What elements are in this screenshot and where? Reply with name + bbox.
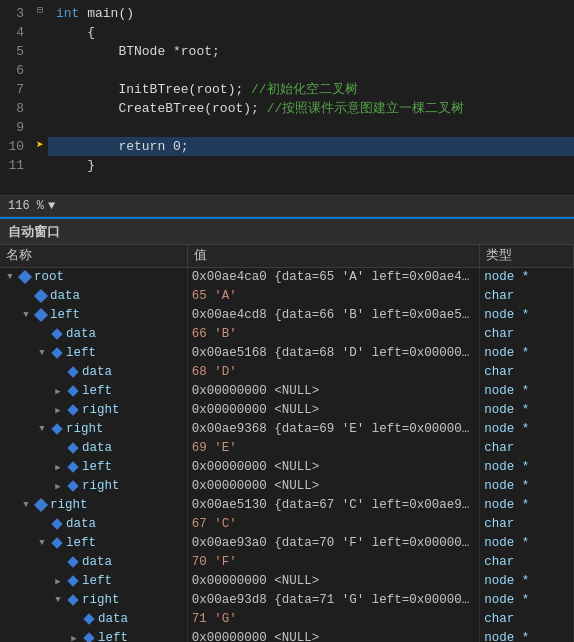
- code-line-10: return 0;: [48, 137, 574, 156]
- diamond-icon: [18, 270, 32, 284]
- debug-row-name: ▼right: [0, 420, 187, 439]
- table-row[interactable]: ▶left0x00000000 <NULL>node *: [0, 458, 574, 477]
- debug-row-name: data: [0, 287, 187, 306]
- debug-table: 名称 值 类型: [0, 245, 574, 268]
- line-numbers: 3 4 5 6 7 8 9 10 11: [0, 0, 32, 195]
- table-row[interactable]: ▶left0x00000000 <NULL>node *: [0, 572, 574, 591]
- expand-icon[interactable]: ▶: [52, 481, 64, 492]
- expand-icon[interactable]: ▶: [52, 405, 64, 416]
- debug-row-type: node *: [480, 477, 574, 496]
- debug-row-type: node *: [480, 401, 574, 420]
- row-name-text: left: [50, 308, 80, 322]
- diamond-icon: [34, 498, 48, 512]
- table-row[interactable]: ▼left0x00ae4cd8 {data=66 'B' left=0x00ae…: [0, 306, 574, 325]
- row-name-text: left: [66, 536, 96, 550]
- diamond-icon: [66, 574, 80, 588]
- code-line-3: int main(): [48, 4, 574, 23]
- expand-icon[interactable]: ▶: [52, 462, 64, 473]
- debug-row-value: 0x00ae5130 {data=67 'C' left=0x00ae93a0 …: [187, 496, 480, 515]
- row-name-text: right: [66, 422, 104, 436]
- table-row[interactable]: ▼left0x00ae5168 {data=68 'D' left=0x0000…: [0, 344, 574, 363]
- current-line-arrow: ➤: [32, 137, 48, 153]
- debug-row-value: 0x00000000 <NULL>: [187, 401, 480, 420]
- debug-row-value: 0x00000000 <NULL>: [187, 382, 480, 401]
- debug-row-type: char: [480, 325, 574, 344]
- zoom-dropdown-arrow[interactable]: ▼: [48, 199, 55, 213]
- row-name-text: root: [34, 270, 64, 284]
- table-row[interactable]: ▼right0x00ae9368 {data=69 'E' left=0x000…: [0, 420, 574, 439]
- debug-row-type: node *: [480, 306, 574, 325]
- table-row[interactable]: ▼root0x00ae4ca0 {data=65 'A' left=0x00ae…: [0, 268, 574, 287]
- diamond-icon: [50, 517, 64, 531]
- expand-icon[interactable]: ▼: [36, 424, 48, 434]
- diamond-icon: [50, 327, 64, 341]
- table-row[interactable]: ▼right0x00ae93d8 {data=71 'G' left=0x000…: [0, 591, 574, 610]
- code-line-7: InitBTree(root); //初始化空二叉树: [48, 80, 574, 99]
- table-row[interactable]: ▶right0x00000000 <NULL>node *: [0, 401, 574, 420]
- diamond-icon: [34, 289, 48, 303]
- table-row[interactable]: ▶right0x00000000 <NULL>node *: [0, 477, 574, 496]
- table-row[interactable]: data68 'D'char: [0, 363, 574, 382]
- table-row[interactable]: data67 'C'char: [0, 515, 574, 534]
- expand-icon[interactable]: ▼: [36, 348, 48, 358]
- debug-row-name: data: [0, 363, 187, 382]
- table-row[interactable]: ▼left0x00ae93a0 {data=70 'F' left=0x0000…: [0, 534, 574, 553]
- row-name-text: left: [82, 460, 112, 474]
- expand-icon[interactable]: ▼: [52, 595, 64, 605]
- diamond-icon: [50, 422, 64, 436]
- col-header-name: 名称: [0, 245, 187, 267]
- keyword-int: int: [56, 4, 79, 23]
- debug-row-value: 68 'D': [187, 363, 480, 382]
- debug-row-value: 0x00ae5168 {data=68 'D' left=0x00000000 …: [187, 344, 480, 363]
- expand-icon[interactable]: ▼: [20, 310, 32, 320]
- debug-row-type: node *: [480, 534, 574, 553]
- expand-icon[interactable]: ▼: [20, 500, 32, 510]
- table-row[interactable]: data71 'G'char: [0, 610, 574, 629]
- expand-icon[interactable]: ▼: [4, 272, 16, 282]
- debug-row-value: 65 'A': [187, 287, 480, 306]
- debug-row-type: node *: [480, 572, 574, 591]
- code-line-9: [48, 118, 574, 137]
- debug-row-type: node *: [480, 458, 574, 477]
- debug-row-name: ▶left: [0, 458, 187, 477]
- zoom-bar: 116 % ▼: [0, 195, 574, 217]
- table-row[interactable]: data69 'E'char: [0, 439, 574, 458]
- diamond-icon: [50, 536, 64, 550]
- debug-row-name: ▼left: [0, 306, 187, 325]
- diamond-icon: [66, 403, 80, 417]
- row-name-text: data: [50, 289, 80, 303]
- collapse-icon[interactable]: ⊟: [32, 4, 48, 16]
- table-row[interactable]: data65 'A'char: [0, 287, 574, 306]
- debug-row-value: 0x00ae4ca0 {data=65 'A' left=0x00ae4cd8 …: [187, 268, 480, 287]
- table-row[interactable]: ▶left0x00000000 <NULL>node *: [0, 382, 574, 401]
- debug-row-value: 0x00000000 <NULL>: [187, 458, 480, 477]
- zoom-level: 116 %: [8, 199, 44, 213]
- table-row[interactable]: data66 'B'char: [0, 325, 574, 344]
- debug-row-type: char: [480, 553, 574, 572]
- debug-table-scroll[interactable]: ▼root0x00ae4ca0 {data=65 'A' left=0x00ae…: [0, 268, 574, 643]
- table-row[interactable]: ▶left0x00000000 <NULL>node *: [0, 629, 574, 643]
- expand-icon[interactable]: ▼: [36, 538, 48, 548]
- debug-row-name: data: [0, 610, 187, 629]
- expand-icon[interactable]: ▶: [52, 576, 64, 587]
- debug-row-type: node *: [480, 382, 574, 401]
- diamond-icon: [66, 365, 80, 379]
- table-row[interactable]: ▼right0x00ae5130 {data=67 'C' left=0x00a…: [0, 496, 574, 515]
- debug-row-name: ▶left: [0, 629, 187, 643]
- diamond-icon: [66, 479, 80, 493]
- diamond-icon: [66, 384, 80, 398]
- expand-icon[interactable]: ▶: [52, 386, 64, 397]
- debug-row-value: 0x00000000 <NULL>: [187, 477, 480, 496]
- table-row[interactable]: data70 'F'char: [0, 553, 574, 572]
- row-name-text: right: [82, 479, 120, 493]
- debug-row-value: 0x00ae4cd8 {data=66 'B' left=0x00ae5168 …: [187, 306, 480, 325]
- diamond-icon: [66, 460, 80, 474]
- row-name-text: left: [82, 574, 112, 588]
- debug-row-name: ▼right: [0, 591, 187, 610]
- debug-row-name: ▶right: [0, 401, 187, 420]
- code-line-5: BTNode *root;: [48, 42, 574, 61]
- debug-row-name: ▼root: [0, 268, 187, 287]
- debug-row-name: data: [0, 439, 187, 458]
- debug-row-value: 0x00000000 <NULL>: [187, 629, 480, 643]
- expand-icon[interactable]: ▶: [68, 633, 80, 643]
